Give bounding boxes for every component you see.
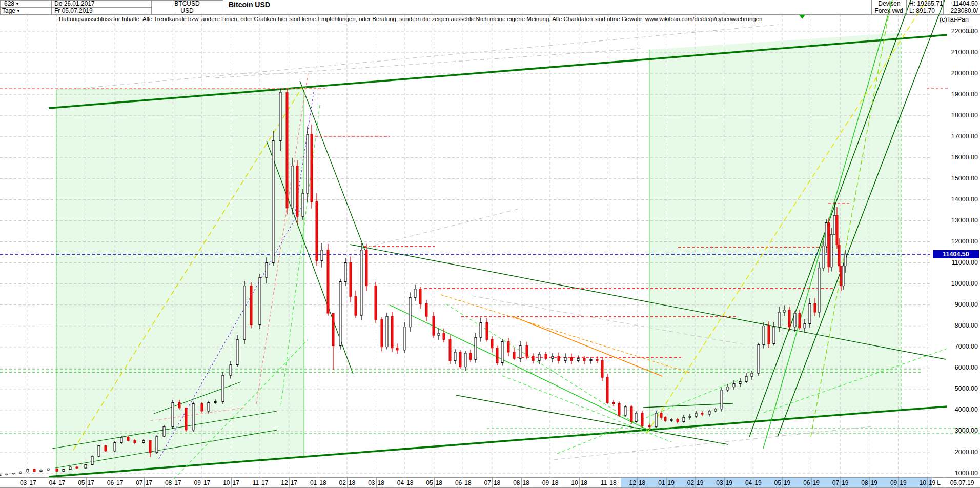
y-axis-label: 20000.00	[934, 70, 978, 77]
x-axis-label-month: 10	[567, 479, 578, 486]
x-axis-label-month: 03	[364, 479, 375, 486]
y-axis-label: 17000.00	[934, 133, 978, 140]
header-sep	[51, 0, 52, 14]
x-axis-label-year: 17	[29, 479, 40, 486]
marker-triangle-icon	[799, 15, 805, 19]
x-tick	[782, 478, 783, 488]
x-axis-label-month: 03	[15, 479, 27, 486]
x-axis-label-month: 04	[45, 479, 56, 486]
x-axis-label-month: 04	[741, 479, 752, 486]
x-axis-label-month: 12	[625, 479, 636, 486]
period-value: Tage	[2, 7, 15, 14]
x-axis-label-month: 11	[248, 479, 259, 486]
y-axis-label: 14000.00	[934, 196, 978, 204]
x-tick	[492, 478, 493, 488]
low-value: L: 891.70	[909, 7, 935, 14]
x-axis-label-year: 18	[349, 479, 360, 486]
y-axis-label: 6000.00	[934, 364, 978, 372]
x-axis-label-year: 19	[726, 479, 737, 486]
x-axis-label-year: 18	[581, 479, 592, 486]
x-tick	[202, 478, 202, 488]
x-tick	[521, 478, 522, 488]
x-tick	[550, 478, 550, 488]
header-sep	[0, 0, 1, 14]
chevron-down-icon: ▾	[17, 8, 20, 13]
instrument-title: Bitcoin USD	[229, 1, 270, 8]
x-axis-label-year: 18	[523, 479, 534, 486]
date-from: Do 26.01.2017	[54, 0, 95, 7]
volume-value: 223080.0/	[946, 7, 978, 14]
x-axis-label-year: 17	[261, 479, 273, 486]
axis-sep	[944, 478, 944, 488]
x-axis-label-month: 08	[160, 479, 172, 486]
x-axis-label-year: 17	[58, 479, 70, 486]
price-chart	[0, 0, 980, 488]
y-axis-label: 7000.00	[934, 343, 978, 351]
markers	[799, 15, 805, 19]
bars-count-value: 628	[4, 0, 14, 7]
x-tick	[840, 478, 841, 488]
x-tick	[666, 478, 667, 488]
y-axis-label: 15000.00	[934, 175, 978, 182]
x-axis-label-year: 17	[116, 479, 128, 486]
x-tick	[86, 478, 87, 488]
x-axis-label-month: 06	[103, 479, 114, 486]
x-tick	[376, 478, 377, 488]
x-tick	[260, 478, 260, 488]
copyright-label: (c)Tai-Pan	[940, 16, 969, 23]
x-axis-label-year: 19	[842, 479, 853, 486]
x-axis-label-month: 07	[828, 479, 839, 486]
x-tick	[753, 478, 753, 488]
high-value: H: 19265.71	[909, 0, 943, 7]
x-axis-label-year: 18	[378, 479, 389, 486]
x-axis-label-year: 19	[697, 479, 708, 486]
header-sep	[223, 0, 223, 14]
header-sep	[906, 0, 907, 14]
current-price-badge: 11404.50	[933, 250, 979, 258]
x-tick	[57, 478, 57, 488]
y-axis-label: 21000.00	[934, 49, 978, 56]
x-tick	[579, 478, 580, 488]
header-bottom-border	[0, 14, 980, 15]
y-axis-label: 12000.00	[934, 238, 978, 246]
x-axis-label-month: 05	[74, 479, 85, 486]
feed-name: Devisen	[874, 0, 904, 7]
x-axis-label-month: 01	[305, 479, 317, 486]
currency-label: USD	[154, 7, 220, 14]
x-axis-label-year: 19	[813, 479, 824, 486]
y-axis-label: 5000.00	[934, 385, 978, 393]
x-axis-label-year: 18	[609, 479, 621, 486]
x-axis-label-year: 17	[203, 479, 215, 486]
x-tick	[811, 478, 812, 488]
x-axis-label-year: 19	[754, 479, 766, 486]
x-tick	[28, 478, 28, 488]
x-axis-label-month: 11	[596, 479, 607, 486]
x-axis-label-month: 05	[422, 479, 433, 486]
x-axis-label-month: 04	[393, 479, 404, 486]
x-axis-label-year: 19	[900, 479, 911, 486]
bars-count-dropdown[interactable]: 628 ▾	[4, 0, 19, 7]
x-axis-label-year: 18	[436, 479, 447, 486]
y-axis-label: 1000.00	[934, 470, 978, 477]
x-axis-label-month: 02	[335, 479, 346, 486]
y-axis-label: 18000.00	[934, 112, 978, 119]
x-tick	[637, 478, 638, 488]
x-tick	[231, 478, 232, 488]
y-axis-label: 13000.00	[934, 217, 978, 225]
x-tick	[347, 478, 348, 488]
symbol-label: BTCUSD	[154, 0, 220, 7]
chart-canvas[interactable]	[0, 0, 980, 488]
x-tick	[173, 478, 173, 488]
header-sep	[943, 0, 944, 14]
last-price-value: 11404.50	[946, 0, 978, 7]
x-axis-label-month: 01	[654, 479, 665, 486]
x-axis-label-month: 10	[219, 479, 230, 486]
x-axis-label-year: 17	[88, 479, 99, 486]
period-dropdown[interactable]: Tage ▾	[2, 7, 20, 14]
x-tick	[927, 478, 928, 488]
disclaimer-text: Haftungsausschluss für Inhalte: Alle Tre…	[59, 16, 763, 23]
y-axis-label: 2000.00	[934, 449, 978, 456]
x-axis-label-year: 18	[464, 479, 476, 486]
x-axis-label-year: 17	[233, 479, 244, 486]
x-axis-label-month: 06	[451, 479, 462, 486]
